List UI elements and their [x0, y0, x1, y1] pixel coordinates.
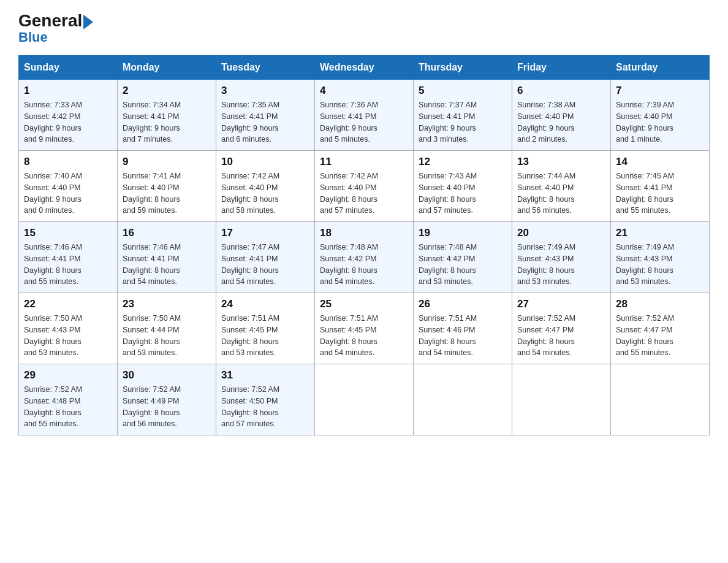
calendar-cell: 31Sunrise: 7:52 AMSunset: 4:50 PMDayligh…	[216, 364, 315, 435]
day-info: Sunrise: 7:38 AMSunset: 4:40 PMDaylight:…	[517, 99, 605, 145]
calendar-cell: 28Sunrise: 7:52 AMSunset: 4:47 PMDayligh…	[611, 293, 710, 364]
day-number: 9	[123, 156, 211, 168]
day-number: 13	[517, 156, 605, 168]
day-info: Sunrise: 7:42 AMSunset: 4:40 PMDaylight:…	[320, 170, 408, 216]
calendar-cell: 10Sunrise: 7:42 AMSunset: 4:40 PMDayligh…	[216, 151, 315, 222]
calendar-cell: 13Sunrise: 7:44 AMSunset: 4:40 PMDayligh…	[512, 151, 611, 222]
calendar-cell: 5Sunrise: 7:37 AMSunset: 4:41 PMDaylight…	[414, 80, 512, 151]
day-number: 18	[320, 227, 408, 239]
day-info: Sunrise: 7:47 AMSunset: 4:41 PMDaylight:…	[221, 242, 309, 288]
day-number: 14	[616, 156, 704, 168]
day-info: Sunrise: 7:50 AMSunset: 4:43 PMDaylight:…	[24, 313, 112, 359]
day-number: 23	[123, 298, 211, 310]
calendar-cell: 11Sunrise: 7:42 AMSunset: 4:40 PMDayligh…	[315, 151, 414, 222]
calendar-week-row: 15Sunrise: 7:46 AMSunset: 4:41 PMDayligh…	[19, 222, 710, 293]
day-info: Sunrise: 7:51 AMSunset: 4:46 PMDaylight:…	[419, 313, 507, 359]
calendar-cell: 2Sunrise: 7:34 AMSunset: 4:41 PMDaylight…	[118, 80, 216, 151]
calendar-cell: 8Sunrise: 7:40 AMSunset: 4:40 PMDaylight…	[19, 151, 118, 222]
calendar-week-row: 22Sunrise: 7:50 AMSunset: 4:43 PMDayligh…	[19, 293, 710, 364]
logo: General Blue	[18, 12, 93, 44]
calendar-week-row: 29Sunrise: 7:52 AMSunset: 4:48 PMDayligh…	[19, 364, 710, 435]
day-number: 31	[221, 369, 309, 381]
calendar-cell: 14Sunrise: 7:45 AMSunset: 4:41 PMDayligh…	[611, 151, 710, 222]
calendar-cell: 16Sunrise: 7:46 AMSunset: 4:41 PMDayligh…	[118, 222, 216, 293]
calendar-cell: 25Sunrise: 7:51 AMSunset: 4:45 PMDayligh…	[315, 293, 414, 364]
day-number: 15	[24, 227, 112, 239]
day-info: Sunrise: 7:48 AMSunset: 4:42 PMDaylight:…	[419, 242, 507, 288]
calendar-cell	[611, 364, 710, 435]
calendar-cell: 12Sunrise: 7:43 AMSunset: 4:40 PMDayligh…	[414, 151, 512, 222]
day-number: 17	[221, 227, 309, 239]
day-number: 5	[419, 85, 507, 97]
calendar-cell: 4Sunrise: 7:36 AMSunset: 4:41 PMDaylight…	[315, 80, 414, 151]
day-number: 29	[24, 369, 112, 381]
day-info: Sunrise: 7:52 AMSunset: 4:47 PMDaylight:…	[517, 313, 605, 359]
day-number: 26	[419, 298, 507, 310]
page-header: General Blue	[18, 12, 710, 44]
day-number: 4	[320, 85, 408, 97]
day-number: 12	[419, 156, 507, 168]
column-header-wednesday: Wednesday	[315, 56, 414, 80]
column-header-tuesday: Tuesday	[216, 56, 315, 80]
day-info: Sunrise: 7:50 AMSunset: 4:44 PMDaylight:…	[123, 313, 211, 359]
calendar-table: SundayMondayTuesdayWednesdayThursdayFrid…	[18, 55, 710, 435]
day-number: 2	[123, 85, 211, 97]
day-info: Sunrise: 7:52 AMSunset: 4:48 PMDaylight:…	[24, 384, 112, 430]
day-info: Sunrise: 7:49 AMSunset: 4:43 PMDaylight:…	[517, 242, 605, 288]
calendar-cell: 19Sunrise: 7:48 AMSunset: 4:42 PMDayligh…	[414, 222, 512, 293]
day-number: 11	[320, 156, 408, 168]
calendar-cell: 21Sunrise: 7:49 AMSunset: 4:43 PMDayligh…	[611, 222, 710, 293]
day-number: 19	[419, 227, 507, 239]
day-info: Sunrise: 7:48 AMSunset: 4:42 PMDaylight:…	[320, 242, 408, 288]
day-info: Sunrise: 7:36 AMSunset: 4:41 PMDaylight:…	[320, 99, 408, 145]
calendar-week-row: 8Sunrise: 7:40 AMSunset: 4:40 PMDaylight…	[19, 151, 710, 222]
day-number: 3	[221, 85, 309, 97]
day-number: 8	[24, 156, 112, 168]
day-info: Sunrise: 7:40 AMSunset: 4:40 PMDaylight:…	[24, 170, 112, 216]
day-info: Sunrise: 7:43 AMSunset: 4:40 PMDaylight:…	[419, 170, 507, 216]
day-info: Sunrise: 7:37 AMSunset: 4:41 PMDaylight:…	[419, 99, 507, 145]
day-number: 21	[616, 227, 704, 239]
calendar-cell: 27Sunrise: 7:52 AMSunset: 4:47 PMDayligh…	[512, 293, 611, 364]
day-info: Sunrise: 7:52 AMSunset: 4:49 PMDaylight:…	[123, 384, 211, 430]
column-header-thursday: Thursday	[414, 56, 512, 80]
day-info: Sunrise: 7:33 AMSunset: 4:42 PMDaylight:…	[24, 99, 112, 145]
calendar-week-row: 1Sunrise: 7:33 AMSunset: 4:42 PMDaylight…	[19, 80, 710, 151]
day-number: 25	[320, 298, 408, 310]
calendar-body: 1Sunrise: 7:33 AMSunset: 4:42 PMDaylight…	[19, 80, 710, 435]
day-info: Sunrise: 7:51 AMSunset: 4:45 PMDaylight:…	[221, 313, 309, 359]
day-number: 22	[24, 298, 112, 310]
day-number: 20	[517, 227, 605, 239]
day-info: Sunrise: 7:41 AMSunset: 4:40 PMDaylight:…	[123, 170, 211, 216]
calendar-cell	[512, 364, 611, 435]
calendar-header-row: SundayMondayTuesdayWednesdayThursdayFrid…	[19, 56, 710, 80]
day-number: 16	[123, 227, 211, 239]
day-number: 27	[517, 298, 605, 310]
day-number: 28	[616, 298, 704, 310]
day-info: Sunrise: 7:52 AMSunset: 4:50 PMDaylight:…	[221, 384, 309, 430]
column-header-monday: Monday	[118, 56, 216, 80]
day-info: Sunrise: 7:35 AMSunset: 4:41 PMDaylight:…	[221, 99, 309, 145]
day-number: 24	[221, 298, 309, 310]
calendar-cell: 22Sunrise: 7:50 AMSunset: 4:43 PMDayligh…	[19, 293, 118, 364]
day-info: Sunrise: 7:39 AMSunset: 4:40 PMDaylight:…	[616, 99, 704, 145]
column-header-friday: Friday	[512, 56, 611, 80]
day-info: Sunrise: 7:34 AMSunset: 4:41 PMDaylight:…	[123, 99, 211, 145]
day-info: Sunrise: 7:51 AMSunset: 4:45 PMDaylight:…	[320, 313, 408, 359]
calendar-cell: 29Sunrise: 7:52 AMSunset: 4:48 PMDayligh…	[19, 364, 118, 435]
calendar-cell: 6Sunrise: 7:38 AMSunset: 4:40 PMDaylight…	[512, 80, 611, 151]
day-info: Sunrise: 7:49 AMSunset: 4:43 PMDaylight:…	[616, 242, 704, 288]
calendar-cell: 7Sunrise: 7:39 AMSunset: 4:40 PMDaylight…	[611, 80, 710, 151]
calendar-cell: 30Sunrise: 7:52 AMSunset: 4:49 PMDayligh…	[118, 364, 216, 435]
day-info: Sunrise: 7:46 AMSunset: 4:41 PMDaylight:…	[123, 242, 211, 288]
day-info: Sunrise: 7:44 AMSunset: 4:40 PMDaylight:…	[517, 170, 605, 216]
calendar-cell: 17Sunrise: 7:47 AMSunset: 4:41 PMDayligh…	[216, 222, 315, 293]
calendar-cell	[414, 364, 512, 435]
calendar-cell: 3Sunrise: 7:35 AMSunset: 4:41 PMDaylight…	[216, 80, 315, 151]
day-number: 7	[616, 85, 704, 97]
day-number: 1	[24, 85, 112, 97]
calendar-cell: 15Sunrise: 7:46 AMSunset: 4:41 PMDayligh…	[19, 222, 118, 293]
day-number: 10	[221, 156, 309, 168]
calendar-cell: 23Sunrise: 7:50 AMSunset: 4:44 PMDayligh…	[118, 293, 216, 364]
calendar-cell	[315, 364, 414, 435]
